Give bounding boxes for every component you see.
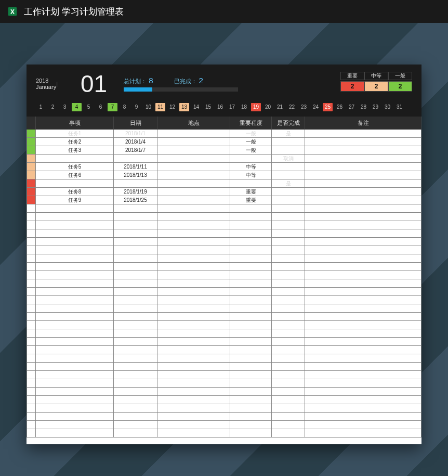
cell-item [36, 388, 114, 396]
cell-level [230, 338, 272, 346]
cell-location [157, 130, 230, 138]
cell-date [114, 346, 157, 354]
table-row [27, 263, 421, 271]
cell-level: 重要 [230, 196, 272, 204]
calendar-day: 16 [215, 103, 225, 111]
cell-note [305, 371, 421, 379]
cell-date [114, 288, 157, 296]
cell-level [230, 421, 272, 429]
cell-done [272, 421, 305, 429]
cell-note [305, 296, 421, 304]
cell-location [157, 304, 230, 313]
cell-level [230, 429, 272, 438]
row-color-mark [27, 229, 36, 238]
cell-location [157, 204, 230, 213]
cell-date [114, 421, 157, 429]
cell-note [305, 396, 421, 404]
cell-done [272, 363, 305, 371]
cell-done: 取消 [272, 155, 305, 163]
cell-item [36, 179, 114, 188]
cell-date: 2018/1/4 [114, 138, 157, 146]
header-legend: 重要 中等 一般 2 2 2 [340, 72, 412, 96]
cell-level [230, 155, 272, 163]
cell-note [305, 171, 421, 179]
cell-level [230, 179, 272, 188]
row-color-mark [27, 279, 36, 288]
cell-note [305, 388, 421, 396]
cell-item [36, 404, 114, 413]
cell-location [157, 271, 230, 279]
cell-date [114, 213, 157, 221]
cell-location [157, 246, 230, 254]
table-row [27, 238, 421, 246]
cell-item [36, 371, 114, 379]
cell-item [36, 296, 114, 304]
cell-location [157, 371, 230, 379]
cell-done [272, 188, 305, 196]
cell-item [36, 429, 114, 438]
table-row [27, 379, 421, 388]
cell-location [157, 213, 230, 221]
cell-level [230, 313, 272, 321]
calendar-strip: 1234567891011121314151617181920212223242… [27, 100, 421, 117]
cell-date [114, 279, 157, 288]
cell-location [157, 313, 230, 321]
cell-date [114, 429, 157, 438]
cell-item [36, 204, 114, 213]
cell-done [272, 396, 305, 404]
col-item: 事项 [36, 117, 114, 130]
calendar-day: 14 [191, 103, 201, 111]
cell-item [36, 271, 114, 279]
cell-note [305, 163, 421, 171]
cell-item [36, 213, 114, 221]
cell-note [305, 263, 421, 271]
cell-done [272, 138, 305, 146]
cell-date [114, 296, 157, 304]
cell-note [305, 221, 421, 229]
cell-date [114, 179, 157, 188]
cell-date [114, 263, 157, 271]
calendar-day: 2 [48, 103, 58, 111]
cell-note [305, 421, 421, 429]
calendar-day: 31 [394, 103, 404, 111]
row-color-mark [27, 196, 36, 204]
cell-done [272, 296, 305, 304]
cell-date: 2018/1/1 [114, 130, 157, 138]
row-color-mark [27, 421, 36, 429]
label-done: 已完成： [174, 78, 197, 84]
cell-location [157, 388, 230, 396]
cell-date [114, 313, 157, 321]
calendar-day: 21 [275, 103, 285, 111]
cell-location [157, 288, 230, 296]
cell-item [36, 221, 114, 229]
cell-note [305, 155, 421, 163]
cell-done: 是 [272, 130, 305, 138]
table-row [27, 329, 421, 338]
cell-done [272, 371, 305, 379]
cell-done [272, 288, 305, 296]
cell-date [114, 321, 157, 329]
cell-item [36, 246, 114, 254]
cell-item [36, 263, 114, 271]
cell-level [230, 396, 272, 404]
cell-item [36, 329, 114, 338]
row-color-mark [27, 388, 36, 396]
header-month-num: 01 [81, 72, 107, 96]
cell-note [305, 279, 421, 288]
calendar-day: 6 [96, 103, 106, 111]
table-row [27, 296, 421, 304]
cell-item [36, 313, 114, 321]
cell-date [114, 404, 157, 413]
header-date-block: 2018 January | 01 [36, 72, 114, 96]
cell-level [230, 204, 272, 213]
table-row [27, 221, 421, 229]
cell-date [114, 354, 157, 363]
cell-note [305, 354, 421, 363]
cell-note [305, 188, 421, 196]
table-row: 任务32018/1/7一般 [27, 146, 421, 155]
cell-level: 一般 [230, 146, 272, 155]
row-color-mark [27, 296, 36, 304]
cell-item: 任务1 [36, 130, 114, 138]
cell-location [157, 179, 230, 188]
cell-note [305, 321, 421, 329]
